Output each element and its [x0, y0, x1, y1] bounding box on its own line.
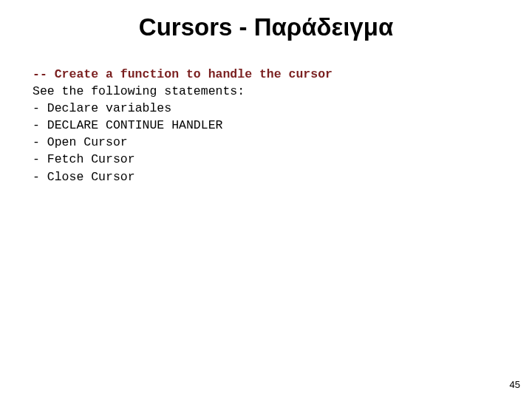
slide-title: Cursors - Παράδειγμα	[0, 13, 532, 41]
page-number: 45	[510, 379, 520, 390]
list-item: - Declare variables	[33, 100, 505, 117]
list-item-text: Open Cursor	[47, 135, 128, 149]
bullet: -	[33, 118, 47, 132]
bullet: -	[33, 135, 47, 149]
bullet: -	[33, 101, 47, 115]
bullet: -	[33, 152, 47, 166]
list-item: - Close Cursor	[33, 168, 505, 185]
intro-line: See the following statements:	[33, 83, 505, 100]
list-item: - DECLARE CONTINUE HANDLER	[33, 117, 505, 134]
bullet: -	[33, 170, 47, 184]
list-item-text: DECLARE CONTINUE HANDLER	[47, 118, 223, 132]
slide: Cursors - Παράδειγμα -- Create a functio…	[0, 0, 532, 399]
list-item-text: Close Cursor	[47, 170, 135, 184]
code-comment: -- Create a function to handle the curso…	[33, 66, 505, 83]
slide-body: -- Create a function to handle the curso…	[33, 66, 505, 185]
list-item: - Open Cursor	[33, 134, 505, 151]
list-item: - Fetch Cursor	[33, 151, 505, 168]
list-item-text: Declare variables	[47, 101, 171, 115]
list-item-text: Fetch Cursor	[47, 152, 135, 166]
